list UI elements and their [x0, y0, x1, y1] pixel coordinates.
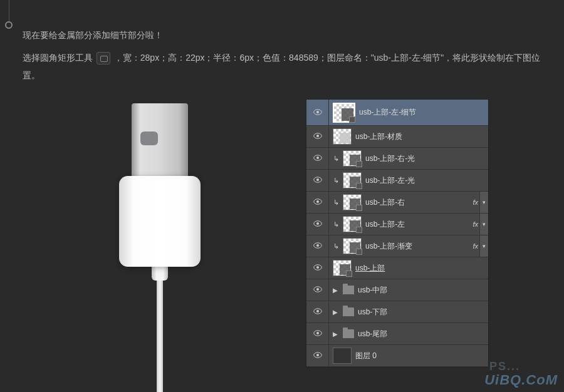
layer-row[interactable]: usb-上部-左-细节 — [306, 100, 488, 126]
fx-collapse-toggle[interactable]: ▾ — [479, 235, 488, 257]
layer-content: ↳usb-上部-右fx — [329, 194, 479, 210]
chevron-right-icon[interactable]: ▶ — [333, 309, 339, 316]
layer-row[interactable]: usb-上部-材质 — [306, 126, 488, 148]
layer-row[interactable]: ↳usb-上部-左fx▾ — [306, 214, 488, 235]
layer-content: ▶usb-尾部 — [329, 329, 488, 339]
layer-name-label[interactable]: usb-上部-右 — [365, 197, 469, 208]
layer-name-label[interactable]: usb-上部-右-光 — [365, 153, 488, 164]
layer-row[interactable]: ↳usb-上部-渐变fx▾ — [306, 235, 488, 257]
layer-content: ▶usb-中部 — [329, 285, 488, 296]
vector-mask-badge — [346, 271, 352, 277]
svg-point-1 — [316, 111, 319, 113]
layer-name-label[interactable]: usb-上部-材质 — [355, 132, 488, 142]
svg-point-3 — [316, 135, 319, 137]
fx-collapse-toggle[interactable]: ▾ — [479, 214, 488, 235]
layer-content: usb-上部-左-细节 — [329, 103, 488, 123]
layer-name-label[interactable]: usb-上部-渐变 — [365, 241, 469, 252]
clip-mask-icon: ↳ — [333, 177, 339, 185]
folder-icon — [343, 286, 354, 294]
visibility-toggle[interactable] — [306, 323, 329, 344]
clip-mask-icon: ↳ — [333, 199, 339, 207]
chevron-right-icon[interactable]: ▶ — [333, 331, 339, 338]
layer-thumbnail[interactable] — [343, 172, 362, 188]
layer-row[interactable]: ↳usb-上部-右-光 — [306, 148, 488, 170]
vector-mask-badge — [356, 227, 362, 233]
layer-row[interactable]: 图层 0 — [306, 345, 488, 367]
visibility-toggle[interactable] — [306, 214, 329, 235]
usb-cable — [157, 281, 163, 392]
svg-point-23 — [316, 354, 319, 356]
clip-mask-icon: ↳ — [333, 155, 339, 163]
vector-mask-badge — [356, 161, 362, 167]
watermark-brand: PS... — [489, 360, 520, 373]
visibility-toggle[interactable] — [306, 192, 329, 213]
usb-body-part — [119, 176, 201, 267]
folder-icon — [343, 329, 354, 338]
visibility-toggle[interactable] — [306, 126, 329, 147]
layer-thumbnail[interactable] — [343, 238, 362, 254]
svg-point-5 — [316, 157, 319, 159]
layer-row[interactable]: ↳usb-上部-右fx▾ — [306, 192, 488, 214]
layer-thumbnail[interactable] — [343, 216, 362, 232]
visibility-toggle[interactable] — [306, 301, 329, 322]
visibility-toggle[interactable] — [306, 148, 329, 169]
fx-collapse-toggle[interactable]: ▾ — [479, 192, 488, 213]
eye-icon — [313, 132, 322, 141]
usb-illustration — [119, 103, 201, 392]
fx-label: fx — [473, 220, 478, 228]
layers-panel[interactable]: usb-上部-左-细节usb-上部-材质↳usb-上部-右-光↳usb-上部-左… — [306, 99, 489, 368]
vector-mask-badge — [356, 205, 362, 211]
usb-metal-part — [132, 103, 188, 178]
layer-row[interactable]: ↳usb-上部-左-光 — [306, 170, 488, 192]
eye-icon — [313, 176, 322, 185]
layer-name-label[interactable]: usb-上部-左 — [365, 219, 469, 230]
layer-content: ↳usb-上部-右-光 — [329, 150, 488, 167]
visibility-toggle[interactable] — [306, 279, 329, 301]
layer-row[interactable]: ▶usb-尾部 — [306, 323, 488, 345]
layer-thumbnail[interactable] — [333, 348, 352, 364]
layer-name-label[interactable]: 图层 0 — [355, 351, 488, 361]
layer-name-label[interactable]: usb-中部 — [358, 285, 488, 296]
timeline-line — [9, 0, 9, 21]
eye-icon — [313, 351, 322, 360]
vector-mask-badge — [349, 116, 355, 123]
chevron-right-icon[interactable]: ▶ — [333, 287, 339, 294]
clip-mask-icon: ↳ — [333, 220, 339, 229]
layer-thumbnail[interactable] — [333, 128, 352, 145]
layer-row[interactable]: usb-上部 — [306, 257, 488, 279]
visibility-toggle[interactable] — [306, 235, 329, 257]
vector-mask-badge — [356, 183, 362, 189]
visibility-toggle[interactable] — [306, 170, 329, 191]
fx-label: fx — [473, 242, 478, 250]
svg-point-17 — [316, 288, 319, 291]
fx-label: fx — [473, 199, 478, 206]
layer-name-label[interactable]: usb-下部 — [358, 307, 488, 317]
layer-name-label[interactable]: usb-上部 — [355, 263, 488, 274]
svg-point-13 — [316, 244, 319, 247]
instruction-prefix: 选择圆角矩形工具 — [23, 53, 93, 63]
svg-point-19 — [316, 310, 319, 312]
layer-row[interactable]: ▶usb-下部 — [306, 301, 488, 323]
layer-thumbnail[interactable] — [333, 260, 352, 276]
layer-content: 图层 0 — [329, 348, 488, 364]
layer-thumbnail[interactable] — [343, 150, 362, 167]
eye-icon — [313, 242, 322, 250]
vector-mask-badge — [356, 249, 362, 255]
instruction-line-1: 现在要给金属部分添加细节部分啦！ — [23, 26, 551, 44]
layer-name-label[interactable]: usb-尾部 — [358, 329, 488, 339]
watermark-site: UiBQ.CoM — [484, 372, 558, 388]
svg-point-9 — [316, 200, 319, 203]
layer-thumbnail[interactable] — [333, 103, 355, 123]
svg-point-15 — [316, 266, 319, 269]
layer-content: usb-上部 — [329, 260, 488, 276]
layer-name-label[interactable]: usb-上部-左-光 — [365, 175, 488, 186]
layer-row[interactable]: ▶usb-中部 — [306, 279, 488, 301]
layer-thumbnail[interactable] — [343, 194, 362, 210]
instruction-line-2: 选择圆角矩形工具 ，宽：28px；高：22px；半径：6px；色值：848589… — [23, 49, 551, 84]
visibility-toggle[interactable] — [306, 345, 329, 366]
folder-icon — [343, 307, 354, 316]
visibility-toggle[interactable] — [306, 257, 329, 279]
visibility-toggle[interactable] — [306, 100, 329, 125]
layer-name-label[interactable]: usb-上部-左-细节 — [359, 107, 488, 118]
svg-point-21 — [316, 332, 319, 334]
